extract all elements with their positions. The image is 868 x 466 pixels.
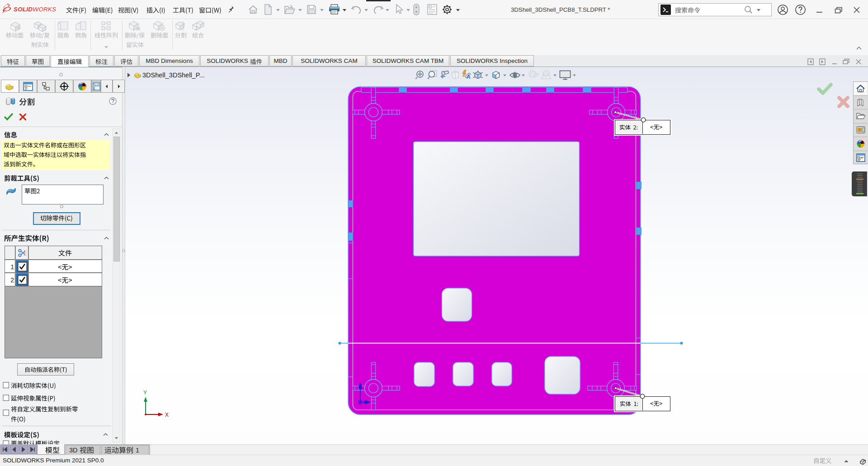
svg-text:X: X xyxy=(165,412,169,418)
svg-text:Y: Y xyxy=(143,390,147,396)
